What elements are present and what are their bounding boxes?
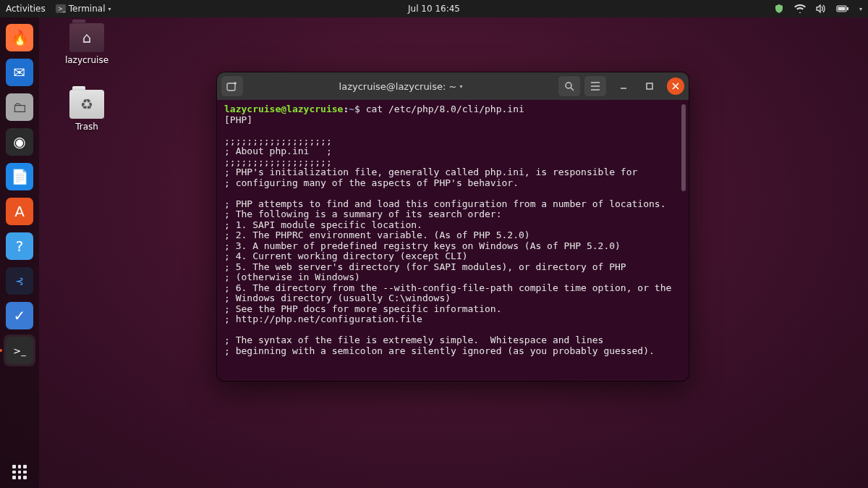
hamburger-menu-button[interactable] bbox=[584, 76, 606, 96]
prompt-symbol: $ bbox=[354, 104, 360, 114]
dock-writer[interactable]: 📄 bbox=[4, 161, 35, 193]
shield-icon[interactable] bbox=[774, 4, 784, 14]
dock-terminal[interactable]: >_ bbox=[4, 335, 35, 366]
chevron-down-icon: ▾ bbox=[108, 6, 111, 12]
svg-rect-5 bbox=[227, 83, 235, 91]
battery-icon[interactable] bbox=[836, 4, 849, 13]
svg-rect-3 bbox=[847, 7, 848, 10]
svg-point-6 bbox=[566, 83, 571, 88]
terminal-window: lazycruise@lazycruise: ~ ▾ lazycruise@la… bbox=[217, 72, 689, 381]
desktop-icon-trash-label: Trash bbox=[61, 122, 113, 132]
search-button[interactable] bbox=[558, 76, 580, 96]
terminal-lines: [PHP] ;;;;;;;;;;;;;;;;;;; ; About php.in… bbox=[224, 114, 671, 356]
prompt-path: ~ bbox=[349, 104, 354, 114]
show-applications-button[interactable] bbox=[4, 456, 35, 488]
new-tab-icon bbox=[226, 81, 238, 91]
maximize-icon bbox=[646, 83, 653, 90]
dock-vscode[interactable]: ⊰ bbox=[4, 265, 35, 297]
title-chevron-down-icon: ▾ bbox=[459, 83, 462, 90]
window-title-text: lazycruise@lazycruise: ~ bbox=[339, 81, 457, 92]
search-icon bbox=[564, 81, 574, 91]
home-folder-icon: ⌂ bbox=[69, 23, 104, 52]
dock-software[interactable]: A bbox=[4, 195, 35, 227]
dock: 🔥 ✉ 🗀 ◉ 📄 A ? ⊰ ✓ >_ bbox=[0, 17, 39, 488]
svg-text:>_: >_ bbox=[58, 6, 66, 12]
svg-rect-4 bbox=[838, 7, 845, 11]
window-close-button[interactable] bbox=[667, 77, 684, 95]
terminal-icon: >_ bbox=[56, 4, 66, 13]
desktop-icon-home[interactable]: ⌂ lazycruise bbox=[61, 23, 113, 65]
dock-rhythmbox[interactable]: ◉ bbox=[4, 126, 35, 158]
terminal-output[interactable]: lazycruise@lazycruise:~$ cat /etc/php/8.… bbox=[217, 100, 689, 381]
window-maximize-button[interactable] bbox=[641, 77, 658, 95]
volume-icon[interactable] bbox=[816, 4, 826, 13]
clock-label: Jul 10 16:45 bbox=[408, 4, 460, 14]
dock-thunderbird[interactable]: ✉ bbox=[4, 56, 35, 88]
window-title: lazycruise@lazycruise: ~ ▾ bbox=[247, 81, 554, 92]
minimize-icon bbox=[620, 83, 627, 90]
new-tab-button[interactable] bbox=[221, 76, 243, 96]
clock[interactable]: Jul 10 16:45 bbox=[408, 4, 460, 14]
terminal-scrollbar[interactable] bbox=[681, 104, 686, 191]
dock-todo[interactable]: ✓ bbox=[4, 300, 35, 332]
desktop-icon-home-label: lazycruise bbox=[61, 55, 113, 65]
close-icon bbox=[672, 83, 679, 90]
dock-help[interactable]: ? bbox=[4, 230, 35, 262]
app-menu-label: Terminal bbox=[69, 4, 106, 14]
prompt-user: lazycruise@lazycruise bbox=[224, 104, 343, 114]
activities-label: Activities bbox=[6, 4, 46, 14]
window-minimize-button[interactable] bbox=[615, 77, 632, 95]
hamburger-icon bbox=[590, 82, 600, 91]
dock-firefox[interactable]: 🔥 bbox=[4, 22, 35, 54]
dock-files[interactable]: 🗀 bbox=[4, 91, 35, 123]
top-bar: Activities >_ Terminal ▾ Jul 10 16:45 ▾ bbox=[0, 0, 868, 17]
svg-rect-7 bbox=[647, 83, 652, 89]
trash-icon: ♻ bbox=[69, 90, 104, 119]
activities-button[interactable]: Activities bbox=[6, 4, 46, 14]
window-titlebar[interactable]: lazycruise@lazycruise: ~ ▾ bbox=[217, 72, 689, 100]
system-menu-chevron-icon[interactable]: ▾ bbox=[859, 6, 862, 12]
prompt-command: cat /etc/php/8.0/cli/php.ini bbox=[366, 104, 524, 114]
app-menu[interactable]: >_ Terminal ▾ bbox=[56, 4, 111, 14]
apps-grid-icon bbox=[12, 465, 27, 479]
network-wifi-icon[interactable] bbox=[794, 4, 806, 13]
desktop-icon-trash[interactable]: ♻ Trash bbox=[61, 90, 113, 132]
